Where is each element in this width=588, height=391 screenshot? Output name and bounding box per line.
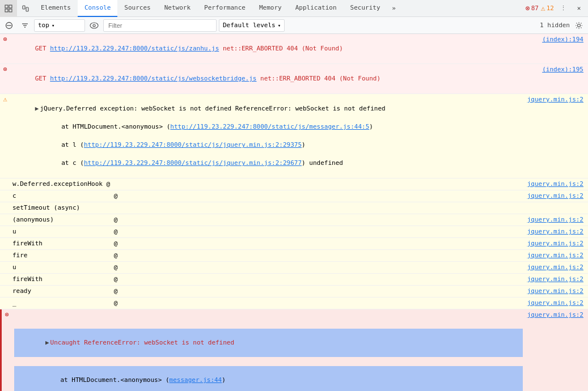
error-count-badge: ⊗ 87 (526, 4, 539, 12)
tab-sources[interactable]: Sources (117, 0, 157, 17)
log-levels-selector[interactable]: Default levels ▾ (219, 19, 285, 32)
more-tabs-icon[interactable]: » (387, 2, 401, 15)
log-row: fire @ jquery.min.js:2 (0, 250, 588, 262)
more-options-icon[interactable]: ⋮ (556, 2, 570, 15)
console-output: ⊗ GET http://119.23.229.247:8000/static/… (0, 34, 588, 391)
filter-input[interactable] (103, 19, 217, 32)
log-row: (anonymous) @ jquery.min.js:2 (0, 214, 588, 226)
tab-network[interactable]: Network (158, 0, 197, 17)
svg-rect-3 (9, 9, 12, 12)
log-source-link[interactable]: (index):195 (540, 65, 588, 75)
tab-application[interactable]: Application (289, 0, 344, 17)
warning-count-badge: ⚠ 12 (541, 4, 554, 12)
log-row: ⊗ GET http://119.23.229.247:8000/static/… (0, 64, 588, 94)
error-icon: ⊗ (526, 4, 530, 12)
empty-icon (0, 203, 10, 203)
log-source-link[interactable] (581, 203, 588, 204)
close-devtools-icon[interactable]: ✕ (572, 2, 586, 15)
tab-security[interactable]: Security (344, 0, 387, 17)
tab-performance[interactable]: Performance (197, 0, 252, 17)
log-row: setTimeout (async) (0, 202, 588, 214)
expand-arrow[interactable]: ▶ (45, 338, 49, 347)
log-source-link[interactable]: jquery.min.js:2 (525, 95, 588, 105)
log-message: (anonymous) @ (10, 215, 525, 225)
svg-point-11 (90, 23, 98, 28)
svg-point-12 (93, 24, 95, 27)
log-row: fireWith @ jquery.min.js:2 (0, 238, 588, 250)
log-message: ▶Uncaught ReferenceError: webSocket is n… (12, 310, 525, 391)
log-row: ready @ jquery.min.js:2 (0, 286, 588, 298)
expand-arrow[interactable]: ▶ (35, 104, 39, 113)
log-row: w.Deferred.exceptionHook @ jquery.min.js… (0, 178, 588, 190)
settings-icon[interactable] (572, 19, 586, 32)
log-source-link[interactable]: jquery.min.js:2 (525, 215, 588, 225)
log-message: ▶jQuery.Deferred exception: webSocket is… (10, 95, 525, 177)
log-row: ⊗ ▶Uncaught ReferenceError: webSocket is… (0, 309, 588, 391)
log-message: GET http://119.23.229.247:8000/static/js… (10, 35, 540, 63)
error-icon: ⊗ (0, 65, 10, 73)
error-icon: ⊗ (0, 35, 10, 43)
warning-icon: ⚠ (541, 4, 545, 12)
svg-rect-4 (23, 6, 25, 9)
empty-icon (0, 179, 10, 180)
console-toolbar: top ▾ Default levels ▾ 1 hidden (0, 17, 588, 34)
warning-icon: ⚠ (0, 95, 10, 103)
log-source-link[interactable]: jquery.min.js:2 (525, 274, 588, 284)
log-source-link[interactable]: jquery.min.js:2 (525, 191, 588, 201)
log-message: setTimeout (async) (10, 203, 581, 213)
log-message: ready @ (10, 286, 525, 296)
log-source-link[interactable]: jquery.min.js:2 (525, 239, 588, 249)
svg-rect-0 (5, 5, 8, 8)
log-source-link[interactable]: jquery.min.js:2 (525, 298, 588, 308)
log-source-link[interactable]: jquery.min.js:2 (525, 310, 588, 320)
cursor-icon[interactable] (17, 0, 34, 17)
svg-rect-2 (5, 9, 8, 12)
error-icon: ⊗ (2, 310, 12, 318)
log-row: ⚠ ▶jQuery.Deferred exception: webSocket … (0, 94, 588, 178)
log-source-link[interactable]: (index):194 (540, 35, 588, 45)
log-source-link[interactable]: jquery.min.js:2 (525, 262, 588, 273)
empty-icon (0, 227, 10, 227)
log-message: fire @ (10, 250, 525, 261)
inspect-icon[interactable] (0, 0, 17, 17)
log-message: c @ (10, 191, 525, 201)
tab-console[interactable]: Console (78, 0, 117, 17)
empty-icon (0, 274, 10, 275)
empty-icon (0, 239, 10, 239)
log-row: u @ jquery.min.js:2 (0, 226, 588, 238)
log-message: fireWith @ (10, 274, 525, 284)
tab-bar: Elements Console Sources Network Perform… (0, 0, 588, 17)
clear-console-button[interactable] (2, 19, 16, 32)
tab-bar-left: Elements Console Sources Network Perform… (0, 0, 401, 17)
empty-icon (0, 298, 10, 299)
hidden-count: 1 hidden (540, 22, 570, 29)
log-source-link[interactable]: jquery.min.js:2 (525, 179, 588, 189)
log-source-link[interactable]: jquery.min.js:2 (525, 286, 588, 296)
log-row: ⊗ GET http://119.23.229.247:8000/static/… (0, 34, 588, 64)
log-row: c @ jquery.min.js:2 (0, 190, 588, 202)
log-source-link[interactable]: jquery.min.js:2 (525, 227, 588, 237)
empty-icon (0, 215, 10, 215)
log-row: _ @ jquery.min.js:2 (0, 298, 588, 309)
filter-icon[interactable] (18, 19, 32, 32)
log-row: u @ jquery.min.js:2 (0, 262, 588, 274)
empty-icon (0, 262, 10, 263)
log-row: fireWith @ jquery.min.js:2 (0, 274, 588, 286)
svg-rect-5 (26, 7, 28, 11)
chevron-down-icon: ▾ (278, 23, 281, 28)
eye-icon[interactable] (87, 19, 101, 32)
log-message: w.Deferred.exceptionHook @ (10, 179, 525, 189)
log-message: u @ (10, 262, 525, 273)
tab-memory[interactable]: Memory (252, 0, 289, 17)
tab-bar-right: ⊗ 87 ⚠ 12 ⋮ ✕ (526, 2, 588, 15)
context-selector[interactable]: top ▾ (34, 19, 85, 32)
log-message: u @ (10, 227, 525, 237)
tab-elements[interactable]: Elements (34, 0, 78, 17)
log-message: _ @ (10, 298, 525, 308)
log-message: GET http://119.23.229.247:8000/static/js… (10, 65, 540, 93)
log-source-link[interactable]: jquery.min.js:2 (525, 250, 588, 261)
empty-icon (0, 191, 10, 192)
empty-icon (0, 286, 10, 287)
svg-rect-1 (9, 5, 12, 8)
svg-point-13 (578, 24, 581, 27)
